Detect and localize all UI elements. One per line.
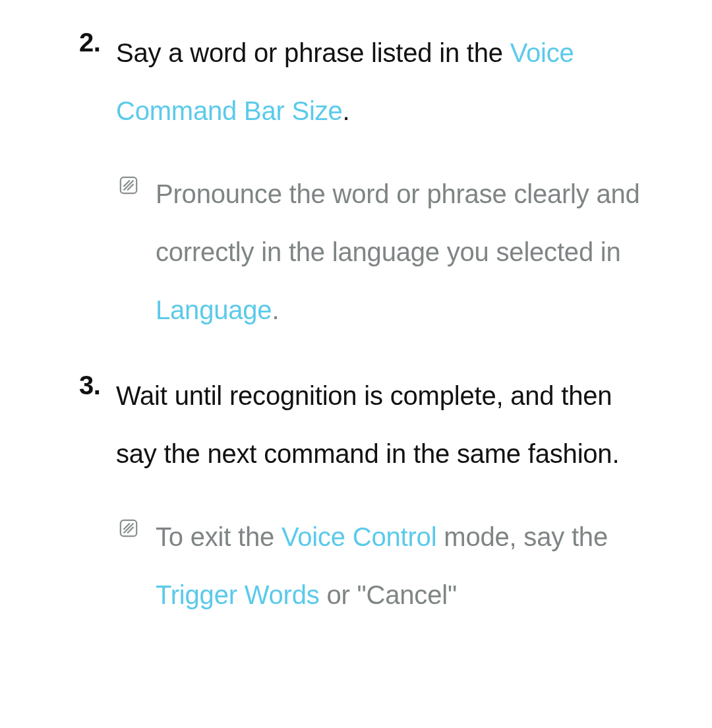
step-2-number: 2. bbox=[79, 24, 116, 61]
step-2: 2. Say a word or phrase listed in the Vo… bbox=[79, 24, 659, 140]
link-trigger-words[interactable]: Trigger Words bbox=[156, 580, 320, 609]
note-pronounce-body: Pronounce the word or phrase clearly and… bbox=[156, 165, 659, 339]
step-2-body: Say a word or phrase listed in the Voice… bbox=[116, 24, 659, 140]
note-exit-body: To exit the Voice Control mode, say the … bbox=[156, 508, 659, 624]
manual-page: 2. Say a word or phrase listed in the Vo… bbox=[0, 0, 712, 728]
note-icon bbox=[119, 508, 156, 538]
note-pronounce: Pronounce the word or phrase clearly and… bbox=[79, 165, 659, 339]
step-2-text-after: . bbox=[343, 96, 350, 125]
note-exit-seg3: or "Cancel" bbox=[320, 580, 457, 609]
note-exit-seg1: To exit the bbox=[156, 522, 282, 551]
step-3: 3. Wait until recognition is complete, a… bbox=[79, 367, 659, 483]
note-icon bbox=[119, 165, 156, 195]
note-exit-seg2: mode, say the bbox=[436, 522, 608, 551]
link-voice-control[interactable]: Voice Control bbox=[282, 522, 436, 551]
step-3-number: 3. bbox=[79, 367, 116, 404]
step-3-text: Wait until recognition is complete, and … bbox=[116, 381, 619, 468]
note-pronounce-after: . bbox=[272, 295, 279, 324]
step-3-body: Wait until recognition is complete, and … bbox=[116, 367, 659, 483]
note-pronounce-text: Pronounce the word or phrase clearly and… bbox=[156, 179, 640, 266]
step-2-text-before: Say a word or phrase listed in the bbox=[116, 38, 510, 67]
link-language[interactable]: Language bbox=[156, 295, 272, 324]
note-exit: To exit the Voice Control mode, say the … bbox=[79, 508, 659, 624]
